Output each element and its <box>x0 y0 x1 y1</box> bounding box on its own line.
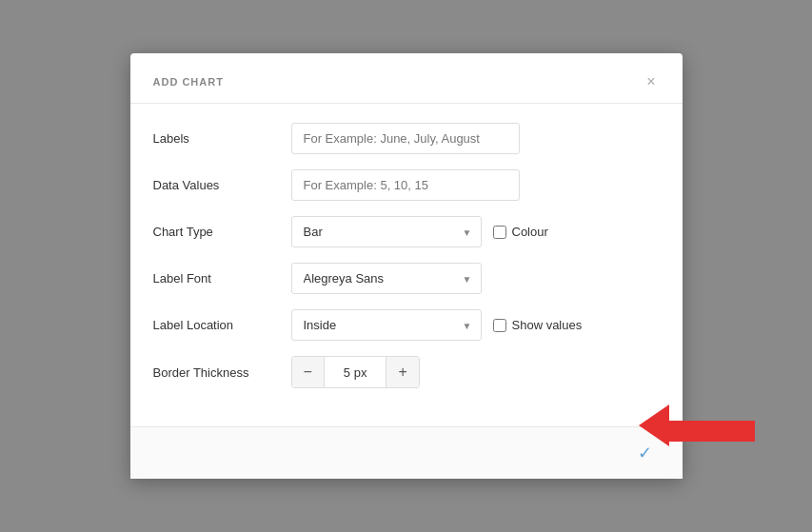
dialog-footer: ✓ <box>130 426 683 479</box>
chart-type-select-wrapper: Bar Line Pie Doughnut ▼ <box>291 216 482 247</box>
add-chart-dialog: ADD CHART × Labels Data Values Chart Typ… <box>130 53 683 479</box>
labels-control-area <box>291 123 660 154</box>
labels-input[interactable] <box>291 123 520 154</box>
stepper-value: 5 px <box>325 358 386 387</box>
dialog-overlay: ADD CHART × Labels Data Values Chart Typ… <box>0 0 812 532</box>
border-thickness-stepper: − 5 px + <box>291 356 420 388</box>
arrow-head <box>639 404 669 446</box>
colour-checkbox[interactable] <box>493 226 506 239</box>
border-thickness-row: Border Thickness − 5 px + <box>153 356 660 388</box>
label-location-row: Label Location Inside Outside None ▼ Sho… <box>153 309 660 341</box>
stepper-decrement-button[interactable]: − <box>292 357 325 387</box>
close-button[interactable]: × <box>643 72 659 91</box>
chart-type-control-area: Bar Line Pie Doughnut ▼ Colour <box>291 216 660 247</box>
red-arrow-indicator <box>639 415 755 446</box>
label-font-row: Label Font Alegreya Sans Arial Times New… <box>153 263 660 294</box>
label-location-select[interactable]: Inside Outside None <box>291 309 482 341</box>
border-thickness-label: Border Thickness <box>153 365 291 380</box>
arrow-body <box>669 421 755 442</box>
colour-checkbox-wrapper: Colour <box>493 225 548 239</box>
label-font-control-area: Alegreya Sans Arial Times New Roman Helv… <box>291 263 660 294</box>
chart-type-label: Chart Type <box>153 225 291 239</box>
data-values-label: Data Values <box>153 178 291 192</box>
dialog-title: ADD CHART <box>153 76 224 88</box>
show-values-checkbox-wrapper: Show values <box>493 318 583 332</box>
labels-label: Labels <box>153 131 291 146</box>
label-font-select[interactable]: Alegreya Sans Arial Times New Roman Helv… <box>291 263 482 294</box>
chart-type-row: Chart Type Bar Line Pie Doughnut ▼ Colo <box>153 216 660 247</box>
data-values-row: Data Values <box>153 169 660 201</box>
show-values-label: Show values <box>512 318 583 332</box>
data-values-control-area <box>291 169 660 201</box>
label-location-select-wrapper: Inside Outside None ▼ <box>291 309 482 341</box>
border-thickness-control-area: − 5 px + <box>291 356 660 388</box>
data-values-input[interactable] <box>291 169 520 201</box>
label-font-select-wrapper: Alegreya Sans Arial Times New Roman Helv… <box>291 263 482 294</box>
label-font-label: Label Font <box>153 271 291 286</box>
dialog-header: ADD CHART × <box>130 53 683 104</box>
chart-type-select[interactable]: Bar Line Pie Doughnut <box>291 216 482 247</box>
label-location-control-area: Inside Outside None ▼ Show values <box>291 309 660 341</box>
show-values-checkbox[interactable] <box>493 319 506 332</box>
label-location-label: Label Location <box>153 318 291 332</box>
labels-row: Labels <box>153 123 660 154</box>
dialog-body: Labels Data Values Chart Type Bar <box>130 104 683 426</box>
colour-label: Colour <box>512 225 548 239</box>
stepper-increment-button[interactable]: + <box>386 357 418 387</box>
